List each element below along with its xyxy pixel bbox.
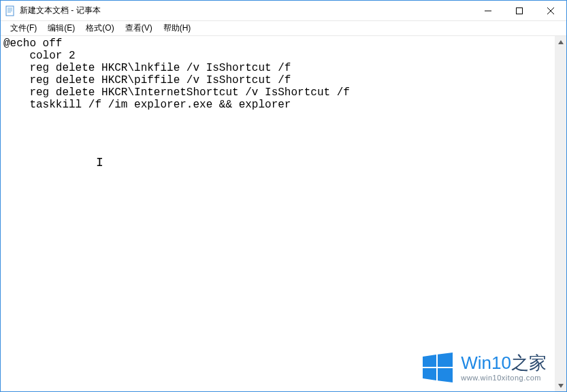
editor-area: @echo off color 2 reg delete HKCR\lnkfil… (1, 36, 566, 391)
titlebar: 新建文本文档 - 记事本 (1, 1, 566, 21)
svg-marker-9 (558, 40, 564, 44)
notepad-window: 新建文本文档 - 记事本 文件(F) 编辑(E) 格式(O) 查看(V) 帮助(… (0, 0, 567, 392)
menubar: 文件(F) 编辑(E) 格式(O) 查看(V) 帮助(H) (1, 21, 566, 36)
scroll-up-icon[interactable] (555, 36, 566, 48)
vertical-scrollbar[interactable] (555, 36, 566, 391)
svg-marker-10 (558, 384, 564, 388)
text-editor[interactable]: @echo off color 2 reg delete HKCR\lnkfil… (1, 36, 555, 391)
notepad-icon (5, 5, 16, 16)
menu-view[interactable]: 查看(V) (120, 21, 158, 35)
menu-help[interactable]: 帮助(H) (158, 21, 197, 35)
menu-edit[interactable]: 编辑(E) (42, 21, 80, 35)
close-button[interactable] (535, 1, 566, 21)
menu-file[interactable]: 文件(F) (5, 21, 42, 35)
maximize-button[interactable] (504, 1, 535, 21)
scroll-track[interactable] (555, 48, 566, 380)
minimize-button[interactable] (472, 1, 504, 21)
menu-format[interactable]: 格式(O) (80, 21, 119, 35)
window-title: 新建文本文档 - 记事本 (20, 5, 472, 16)
window-controls (472, 1, 566, 20)
svg-rect-6 (517, 8, 523, 14)
scroll-down-icon[interactable] (555, 380, 566, 391)
